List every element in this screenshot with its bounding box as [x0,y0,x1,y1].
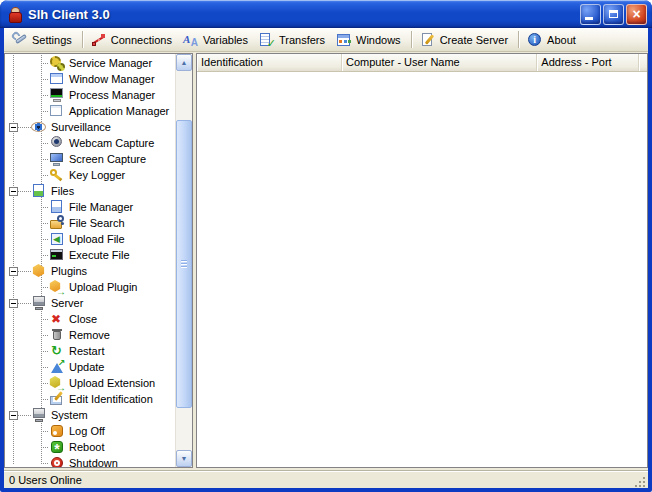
tree-item-edit-identification[interactable]: Edit Identification [5,391,175,407]
tree-item-key-logger[interactable]: Key Logger [5,167,175,183]
tree-item-log-off[interactable]: Log Off [5,423,175,439]
tree-item-window-manager[interactable]: Window Manager [5,71,175,87]
tree-item-server[interactable]: Server [5,295,175,311]
scrollbar-thumb[interactable] [176,120,192,408]
toolbar-button-create-server[interactable]: Create Server [416,30,514,50]
maximize-button[interactable] [603,4,624,25]
command-tree: Service ManagerWindow ManagerProcess Man… [5,55,175,467]
eye-icon [31,119,47,135]
id-card-edit-icon [49,391,65,407]
list-header: IdentificationComputer - User NameAddres… [197,54,647,72]
collapse-toggle-icon[interactable] [9,411,18,420]
collapse-toggle-icon[interactable] [9,267,18,276]
tree-item-remove[interactable]: Remove [5,327,175,343]
minimize-button[interactable] [580,4,601,25]
toolbar-button-label: Connections [111,34,172,46]
tree-item-files[interactable]: Files [5,183,175,199]
window-body: SettingsConnectionsVariablesTransfersWin… [4,28,648,488]
trash-icon [49,327,65,343]
tree-item-label: Key Logger [69,169,125,181]
statusbar: 0 Users Online [4,470,648,488]
update-triangle-icon [49,359,65,375]
tree-item-file-search[interactable]: File Search [5,215,175,231]
tree-item-upload-plugin[interactable]: Upload Plugin [5,279,175,295]
scroll-up-button[interactable]: ▲ [176,54,192,71]
reboot-star-icon [49,439,65,455]
tree-item-label: Process Manager [69,89,155,101]
tree-item-upload-file[interactable]: Upload File [5,231,175,247]
monitor-icon [49,87,65,103]
app-window: Slh Client 3.0 × SettingsConnectionsVari… [0,0,652,492]
tree-item-label: Upload Plugin [69,281,138,293]
tree-item-label: File Search [69,217,125,229]
tree-item-restart[interactable]: Restart [5,343,175,359]
tree-item-surveillance[interactable]: Surveillance [5,119,175,135]
tree-item-system[interactable]: System [5,407,175,423]
toolbar-button-variables[interactable]: Variables [179,30,254,50]
tree-item-service-manager[interactable]: Service Manager [5,55,175,71]
logoff-key-icon [49,423,65,439]
tree-item-label: Screen Capture [69,153,146,165]
tree-item-close[interactable]: Close [5,311,175,327]
transfer-icon [259,32,275,48]
close-x-icon [49,311,65,327]
tree-item-label: Surveillance [51,121,111,133]
minimize-icon [585,17,593,20]
tree-item-upload-extension[interactable]: Upload Extension [5,375,175,391]
tree-item-application-manager[interactable]: Application Manager [5,103,175,119]
tree-item-file-manager[interactable]: File Manager [5,199,175,215]
list-body[interactable] [197,72,647,467]
titlebar[interactable]: Slh Client 3.0 × [0,0,652,28]
tree-scrollbar[interactable]: ▲ ▼ [175,54,192,467]
collapse-toggle-icon[interactable] [9,187,18,196]
toolbar-button-settings[interactable]: Settings [8,30,78,50]
tree-item-process-manager[interactable]: Process Manager [5,87,175,103]
window-title: Slh Client 3.0 [28,7,575,22]
toolbar-button-label: Windows [356,34,401,46]
wrench-icon [12,32,28,48]
tree-item-label: Server [51,297,83,309]
tree-item-update[interactable]: Update [5,359,175,375]
toolbar-button-windows[interactable]: Windows [332,30,407,50]
toolbar-button-transfers[interactable]: Transfers [255,30,331,50]
toolbar: SettingsConnectionsVariablesTransfersWin… [4,28,648,52]
main-area: Service ManagerWindow ManagerProcess Man… [4,52,648,470]
scroll-down-arrow-icon: ▼ [181,455,188,462]
scroll-up-arrow-icon: ▲ [181,59,188,66]
maximize-icon [609,10,618,18]
toolbar-button-label: Variables [203,34,248,46]
window-icon [49,71,65,87]
file-icon [49,199,65,215]
tree-item-reboot[interactable]: Reboot [5,439,175,455]
toolbar-button-about[interactable]: About [523,30,582,50]
gears-icon [49,55,65,71]
tree-item-shutdown[interactable]: Shutdown [5,455,175,468]
tree-item-label: Restart [69,345,104,357]
file-upload-icon [49,231,65,247]
tree-item-label: Close [69,313,97,325]
tree-item-label: Service Manager [69,57,152,69]
shutdown-power-icon [49,455,65,468]
column-header-address-port[interactable]: Address - Port [537,54,639,71]
tree-item-label: Execute File [69,249,130,261]
tree-item-screen-capture[interactable]: Screen Capture [5,151,175,167]
package-icon [31,263,47,279]
console-icon [49,247,65,263]
tree-item-label: Window Manager [69,73,155,85]
resize-grip[interactable] [634,476,646,488]
column-header-computer-user-name[interactable]: Computer - User Name [342,54,537,71]
toolbar-button-connections[interactable]: Connections [87,30,178,50]
info-icon [527,32,543,48]
tree-item-webcam-capture[interactable]: Webcam Capture [5,135,175,151]
close-button[interactable]: × [626,4,647,25]
create-server-icon [420,32,436,48]
scroll-down-button[interactable]: ▼ [176,450,192,467]
tree-item-execute-file[interactable]: Execute File [5,247,175,263]
tree-item-label: Upload Extension [69,377,155,389]
window-controls: × [580,4,647,25]
tree-item-plugins[interactable]: Plugins [5,263,175,279]
collapse-toggle-icon[interactable] [9,299,18,308]
tree-item-label: System [51,409,88,421]
collapse-toggle-icon[interactable] [9,123,18,132]
column-header-identification[interactable]: Identification [197,54,342,71]
